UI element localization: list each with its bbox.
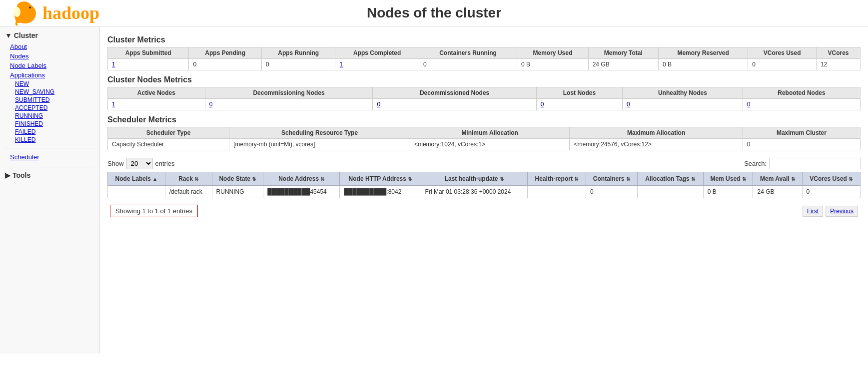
col-apps-submitted: Apps Submitted — [108, 47, 189, 59]
sort-arrow-node-http-address: ⇅ — [408, 176, 412, 182]
node-table-header-row: Node Labels ▲ Rack ⇅ Node State ⇅ N — [108, 172, 861, 186]
th-allocation-tags[interactable]: Allocation Tags ⇅ — [637, 172, 703, 186]
sidebar-item-new[interactable]: NEW — [15, 80, 94, 88]
val-lost-nodes: 0 — [536, 99, 622, 110]
cluster-section-header[interactable]: ▼ Cluster — [5, 31, 94, 39]
th-last-health-update[interactable]: Last health-update ⇅ — [421, 172, 527, 186]
sort-arrow-last-health-update: ⇅ — [500, 176, 504, 182]
sidebar-item-finished[interactable]: FINISHED — [15, 120, 94, 128]
search-input[interactable] — [769, 158, 861, 169]
sidebar: ▼ Cluster About Nodes Node Labels Applic… — [0, 26, 100, 354]
svg-point-4 — [29, 6, 31, 8]
val-maximum-cluster: 0 — [743, 139, 860, 150]
col-memory-reserved: Memory Reserved — [658, 47, 748, 59]
show-label: Show — [107, 160, 124, 167]
search-box: Search: — [744, 158, 861, 169]
col-lost-nodes: Lost Nodes — [536, 87, 622, 99]
svg-point-5 — [13, 7, 20, 17]
cluster-metrics-row: 1 0 0 1 0 0 B 24 GB 0 B 0 12 — [108, 59, 861, 70]
cell-rack: /default-rack — [165, 186, 212, 198]
sidebar-item-killed[interactable]: KILLED — [15, 136, 94, 144]
sidebar-item-about[interactable]: About — [5, 42, 94, 51]
col-maximum-cluster: Maximum Cluster — [743, 127, 860, 139]
val-maximum-allocation: <memory:24576, vCores:12> — [570, 139, 743, 150]
sidebar-item-scheduler[interactable]: Scheduler — [5, 152, 94, 162]
cell-containers: 0 — [586, 186, 637, 198]
cell-node-labels — [108, 186, 165, 198]
col-scheduler-type: Scheduler Type — [108, 127, 229, 139]
col-memory-used: Memory Used — [517, 47, 589, 59]
th-node-address[interactable]: Node Address ⇅ — [263, 172, 340, 186]
th-rack[interactable]: Rack ⇅ — [165, 172, 212, 186]
th-node-labels[interactable]: Node Labels ▲ — [108, 172, 165, 186]
cell-mem-avail: 24 GB — [753, 186, 802, 198]
col-maximum-allocation: Maximum Allocation — [570, 127, 743, 139]
col-minimum-allocation: Minimum Allocation — [410, 127, 570, 139]
search-label: Search: — [744, 160, 767, 167]
sidebar-item-submitted[interactable]: SUBMITTED — [15, 96, 94, 104]
table-row: /default-rack RUNNING ██████████45454 ██… — [108, 186, 861, 198]
th-mem-used[interactable]: Mem Used ⇅ — [703, 172, 753, 186]
val-containers-running: 0 — [419, 59, 517, 70]
sort-arrow-mem-avail: ⇅ — [791, 176, 795, 182]
cluster-nodes-metrics-table: Active Nodes Decommissioning Nodes Decom… — [107, 87, 861, 110]
previous-button[interactable]: Previous — [826, 206, 858, 217]
page-header: hadoop Nodes of the cluster — [0, 0, 868, 26]
sidebar-item-running[interactable]: RUNNING — [15, 112, 94, 120]
th-node-state[interactable]: Node State ⇅ — [212, 172, 263, 186]
val-vcores-used: 0 — [748, 59, 817, 70]
cluster-arrow-icon: ▼ — [5, 31, 12, 39]
scheduler-metrics-title: Scheduler Metrics — [107, 115, 861, 124]
cell-allocation-tags — [637, 186, 703, 198]
page-title: Nodes of the cluster — [367, 5, 501, 21]
th-containers[interactable]: Containers ⇅ — [586, 172, 637, 186]
val-scheduler-type: Capacity Scheduler — [108, 139, 229, 150]
val-active-nodes: 1 — [108, 99, 205, 110]
col-scheduling-resource-type: Scheduling Resource Type — [229, 127, 410, 139]
val-vcores: 12 — [816, 59, 860, 70]
node-address-link[interactable]: ██████████45454 — [267, 188, 326, 195]
first-button[interactable]: First — [803, 206, 823, 217]
pagination: First Previous — [803, 206, 858, 217]
scheduler-metrics-table: Scheduler Type Scheduling Resource Type … — [107, 127, 861, 150]
show-entries-control: Show 10 20 25 50 100 entries — [107, 158, 175, 169]
cluster-nodes-metrics-row: 1 0 0 0 0 0 — [108, 99, 861, 110]
val-scheduling-resource-type: [memory-mb (unit=Mi), vcores] — [229, 139, 410, 150]
col-active-nodes: Active Nodes — [108, 87, 205, 99]
table-controls: Show 10 20 25 50 100 entries Search: — [107, 155, 861, 172]
tools-divider — [5, 167, 94, 167]
val-unhealthy-nodes: 0 — [623, 99, 743, 110]
hadoop-logo-icon — [10, 0, 40, 27]
cell-vcores-used: 0 — [802, 186, 860, 198]
sidebar-item-accepted[interactable]: ACCEPTED — [15, 104, 94, 112]
val-rebooted-nodes: 0 — [743, 99, 860, 110]
node-data-table-wrapper: Show 10 20 25 50 100 entries Search: — [107, 155, 861, 220]
tools-arrow-icon: ▶ — [5, 171, 10, 179]
tools-section-header[interactable]: ▶ Tools — [5, 171, 94, 179]
sidebar-item-applications[interactable]: Applications — [5, 70, 94, 80]
col-decommissioning-nodes: Decommissioning Nodes — [205, 87, 373, 99]
entries-label: entries — [155, 160, 175, 167]
sort-arrow-containers: ⇅ — [626, 176, 630, 182]
show-entries-select[interactable]: 10 20 25 50 100 — [126, 158, 153, 169]
tools-section-label: Tools — [12, 171, 30, 179]
val-apps-running: 0 — [261, 59, 335, 70]
th-node-http-address[interactable]: Node HTTP Address ⇅ — [340, 172, 421, 186]
val-minimum-allocation: <memory:1024, vCores:1> — [410, 139, 570, 150]
th-vcores-used[interactable]: VCores Used ⇅ — [802, 172, 860, 186]
cluster-section: ▼ Cluster About Nodes Node Labels Applic… — [5, 31, 94, 162]
th-health-report[interactable]: Health-report ⇅ — [527, 172, 586, 186]
th-mem-avail[interactable]: Mem Avail ⇅ — [753, 172, 802, 186]
scheduler-metrics-row: Capacity Scheduler [memory-mb (unit=Mi),… — [108, 139, 861, 150]
col-vcores-used: VCores Used — [748, 47, 817, 59]
sidebar-item-nodes[interactable]: Nodes — [5, 51, 94, 61]
sidebar-item-failed[interactable]: FAILED — [15, 128, 94, 136]
val-apps-submitted: 1 — [108, 59, 189, 70]
col-apps-pending: Apps Pending — [189, 47, 262, 59]
sidebar-item-new-saving[interactable]: NEW_SAVING — [15, 88, 94, 96]
applications-sub-links: NEW NEW_SAVING SUBMITTED ACCEPTED RUNNIN… — [5, 80, 94, 144]
sidebar-item-node-labels[interactable]: Node Labels — [5, 61, 94, 70]
node-http-address-link[interactable]: ██████████:8042 — [344, 188, 401, 195]
sort-arrow-allocation-tags: ⇅ — [691, 176, 695, 182]
cluster-nodes-metrics-title: Cluster Nodes Metrics — [107, 75, 861, 84]
